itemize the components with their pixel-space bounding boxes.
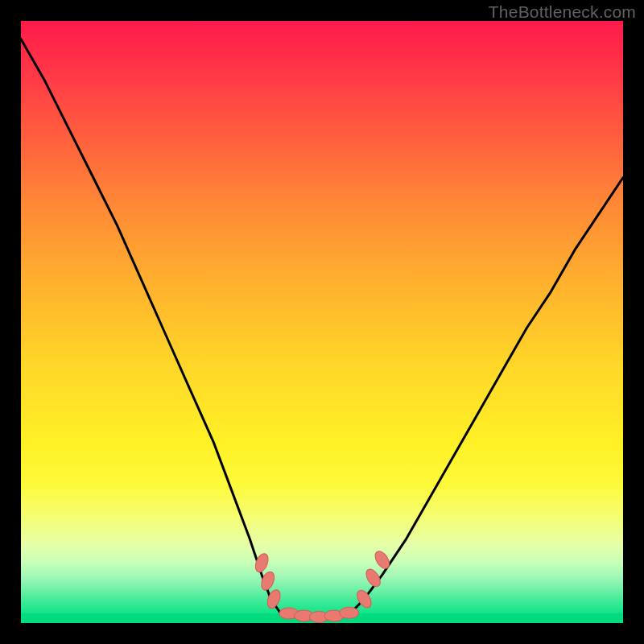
watermark-text: TheBottleneck.com [489,2,636,22]
v-curve-path [21,39,623,617]
plot-area [21,21,623,623]
outer-frame: TheBottleneck.com [0,0,644,644]
bottleneck-curve [21,21,623,623]
valley-marker [373,549,393,572]
valley-marker [340,607,359,618]
